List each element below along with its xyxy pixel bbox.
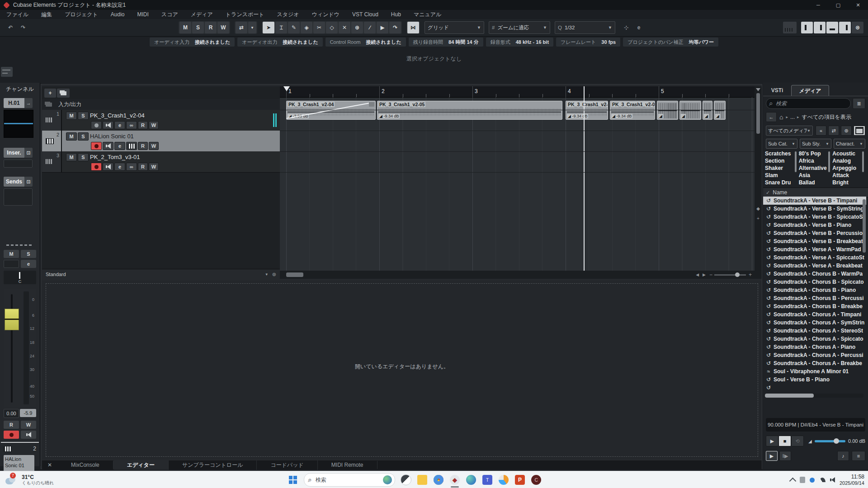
track-row[interactable]: 2MSHALion Sonic 01eRW (42, 131, 280, 152)
filter-item[interactable]: Asia (799, 172, 830, 179)
channel-edit-button[interactable]: e (21, 260, 36, 268)
result-item[interactable]: ↺SoundtrackA - Chorus B - Piano (763, 286, 866, 294)
channel-solo-button[interactable]: S (21, 250, 36, 258)
audio-event[interactable]: PK_3_Crash1_v2-04◢ -2.93 dB (286, 101, 376, 120)
fader-cap[interactable] (5, 309, 19, 330)
write-automation-button[interactable]: W (21, 421, 36, 429)
track-solo-button[interactable]: S (78, 153, 89, 161)
filter-item[interactable]: Acoustic (832, 150, 864, 158)
event-handle-icon[interactable] (369, 102, 374, 107)
global-w-button[interactable]: W (217, 22, 229, 33)
global-s-button[interactable]: S (192, 22, 204, 33)
filter-item[interactable]: Analog (832, 158, 864, 165)
result-item[interactable]: ↺ (763, 384, 866, 392)
timeline-ruler[interactable]: 12345 (280, 86, 755, 98)
channel-monitor-button[interactable] (21, 431, 36, 439)
minimize-button[interactable]: ─ (808, 0, 828, 10)
filter-select-substy[interactable]: Sub Sty.▼ (800, 139, 831, 149)
result-item[interactable]: ↺SoundtrackA - Chorus A - Breakbe (763, 359, 866, 367)
add-track-button[interactable]: + (44, 89, 56, 98)
close-lower-zone-icon[interactable]: ✕ (42, 462, 57, 468)
object-selection-tool[interactable]: ➤ (263, 22, 274, 33)
filter-item[interactable]: Slam (765, 172, 797, 179)
result-item[interactable]: ↺SoundtrackA - Chorus A - Piano (763, 343, 866, 351)
tab-mixconsole[interactable]: MixConsole (57, 461, 113, 469)
audio-event[interactable]: PK_3_Crash1_v2-0◢ -9.34 dB (610, 101, 655, 120)
add-folder-button[interactable] (57, 89, 70, 98)
preview-play-button[interactable]: ▶ (766, 436, 778, 446)
volume-icon[interactable] (830, 477, 835, 483)
preview-stop-button[interactable]: ■ (778, 436, 791, 446)
track-write-button[interactable]: W (149, 163, 159, 171)
track-read-button[interactable]: R (138, 163, 148, 171)
weather-widget[interactable]: 7 31°C くもりのち晴れ (5, 474, 54, 486)
audio-event[interactable]: PK_3_Crash1_v2-0◢ -9.34 dB (566, 101, 608, 120)
tab-vsti[interactable]: VSTi (763, 87, 791, 94)
pan-control[interactable]: C (4, 271, 36, 284)
track-stereo-button[interactable]: ∞ (126, 121, 137, 129)
h-scroll-thumb[interactable] (286, 272, 303, 277)
track-read-button[interactable]: R (138, 142, 148, 150)
filter-select-subcat[interactable]: Sub Cat.▼ (766, 139, 797, 149)
result-item[interactable]: ↺SoundtrackA - Chorus B - Spiccato (763, 278, 866, 286)
glue-tool[interactable]: ◇ (326, 22, 338, 33)
quantize-panel-icon[interactable]: e (633, 22, 645, 33)
results-v-scroll-thumb[interactable] (863, 199, 866, 253)
preview-loop-button[interactable]: ⟲ (791, 436, 804, 446)
status-chip[interactable]: プロジェクトのパン補正均等パワー (623, 38, 718, 47)
undo-icon[interactable]: ↶ (5, 22, 16, 33)
track-preset-value[interactable]: Standard (46, 272, 66, 277)
taskbar-app-steinberg[interactable]: C (530, 474, 542, 486)
menu-item-ウィンドウ[interactable]: ウィンドウ (306, 10, 346, 19)
performance-meter[interactable] (1, 67, 13, 77)
shuffle-icon[interactable]: ⇄ (828, 126, 839, 136)
sends-header[interactable]: Sends ⊡ (4, 177, 33, 187)
pen-icon[interactable] (800, 477, 805, 483)
results-h-scrollbar[interactable] (765, 394, 863, 398)
note-icon-button[interactable]: ♪ (837, 451, 849, 461)
result-item[interactable]: ↺SoundtrackA - Chorus A - Percussi (763, 351, 866, 359)
filters-window-toggle[interactable] (854, 126, 865, 136)
filter-gear-icon[interactable]: ⊛ (841, 126, 852, 136)
filter-item[interactable]: 80's Pop (799, 150, 830, 158)
track-edit-button[interactable]: e (114, 142, 125, 150)
insert-slot[interactable] (4, 160, 33, 168)
back-icon[interactable]: ← (766, 112, 777, 122)
result-item[interactable]: ↺Soul - Verse B - Piano (763, 375, 866, 384)
channel-image[interactable] (4, 110, 33, 138)
track-instrument-button[interactable] (126, 142, 137, 150)
start-button[interactable] (287, 474, 299, 486)
tab-サンプラーコントロール[interactable]: サンプラーコントロール (169, 460, 257, 470)
reset-filter-icon[interactable]: « (816, 126, 826, 136)
channel-blank-button[interactable] (4, 260, 19, 268)
track-solo-button[interactable]: S (78, 112, 89, 120)
result-item[interactable]: ↺SoundtrackA - Chorus A - Spiccato (763, 335, 866, 343)
filter-item[interactable]: Africa (799, 158, 830, 165)
menu-item-スタジオ[interactable]: スタジオ (271, 10, 306, 19)
channel-record-button[interactable] (4, 431, 19, 439)
zoom-slider[interactable] (714, 274, 746, 276)
setup-gear-icon[interactable]: ⊛ (852, 22, 863, 33)
preset-caret-icon[interactable]: ▼ (265, 272, 269, 277)
media-type-select[interactable]: すべてのメディアタ. ▼ (766, 126, 813, 136)
track-record-button[interactable] (91, 163, 102, 171)
track-monitor-button[interactable] (103, 121, 113, 129)
gain-value[interactable]: 0.00 (4, 409, 19, 418)
status-chip[interactable]: オーディオ出力接続されました (237, 38, 322, 47)
filter-scroll-thumb[interactable] (828, 151, 830, 172)
track-write-button[interactable]: W (149, 142, 159, 150)
track-mute-button[interactable]: M (66, 132, 77, 141)
maximize-button[interactable]: ▢ (828, 0, 848, 10)
track-row[interactable]: 1MSPK_3_Crash1_v2-04e∞RW (42, 110, 280, 131)
menu-item-VST Cloud[interactable]: VST Cloud (346, 10, 385, 19)
play-tool[interactable]: ▶ (377, 22, 388, 33)
track-monitor-button[interactable] (103, 142, 113, 150)
split-tool[interactable]: ✂ (313, 22, 325, 33)
status-chip[interactable]: 残り録音時間84 時間 14 分 (409, 38, 483, 47)
channel-export-icon[interactable]: → (24, 98, 33, 108)
tab-midi-remote[interactable]: MIDI Remote (318, 461, 377, 469)
sends-bypass-icon[interactable]: ⊡ (24, 177, 33, 187)
wifi-icon[interactable] (819, 478, 826, 482)
audio-event[interactable]: ◢ (703, 101, 712, 120)
right-zone-toggle[interactable] (814, 22, 826, 33)
